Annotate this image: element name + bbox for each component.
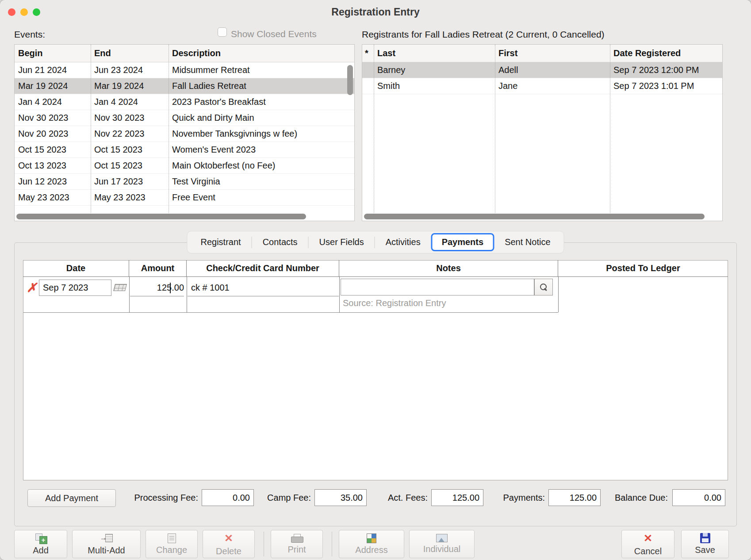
payments-col-amount: Amount xyxy=(129,260,187,277)
event-begin: Oct 15 2023 xyxy=(15,145,91,155)
tab-registrant[interactable]: Registrant xyxy=(190,233,251,251)
tab-payments[interactable]: Payments xyxy=(431,233,494,251)
payments-col-date: Date xyxy=(23,260,129,277)
events-table-header: Begin End Description xyxy=(15,45,354,62)
table-row[interactable]: Jun 21 2024 Jun 23 2024 Midsummer Retrea… xyxy=(15,62,354,78)
column-divider xyxy=(339,277,340,312)
payment-check-number-input[interactable]: ck # 1001 xyxy=(188,280,339,296)
events-table: Begin End Description Jun 21 2024 Jun 23… xyxy=(14,44,355,221)
registrants-rows: Barney Adell Sep 7 2023 12:00 PM Smith J… xyxy=(362,62,722,94)
close-window-icon[interactable] xyxy=(8,8,15,16)
add-button[interactable]: Add xyxy=(14,530,67,558)
act-fees-field[interactable]: 125.00 xyxy=(431,489,483,506)
toolbar-divider xyxy=(332,532,332,556)
delete-button-label: Delete xyxy=(216,546,241,556)
event-begin: Nov 30 2023 xyxy=(15,113,91,123)
cancel-button-label: Cancel xyxy=(634,546,662,556)
events-col-begin[interactable]: Begin xyxy=(15,48,91,58)
table-row[interactable]: Oct 15 2023 Oct 15 2023 Women's Event 20… xyxy=(15,142,354,158)
payment-amount-input[interactable]: 125.00 xyxy=(130,280,184,296)
save-button[interactable]: Save xyxy=(681,530,729,558)
table-row-selected[interactable]: Barney Adell Sep 7 2023 12:00 PM xyxy=(362,62,722,78)
tab-user-fields[interactable]: User Fields xyxy=(309,233,375,251)
events-col-end[interactable]: End xyxy=(91,48,169,58)
delete-payment-row-icon[interactable]: ✗ xyxy=(27,280,37,295)
delete-icon: ✕ xyxy=(224,532,233,545)
payment-notes-input[interactable] xyxy=(341,279,534,295)
registrants-col-date-registered[interactable]: Date Registered xyxy=(610,48,722,58)
event-description: Women's Event 2023 xyxy=(169,145,354,155)
zoom-window-icon[interactable] xyxy=(33,8,40,16)
column-divider xyxy=(187,277,187,312)
registrant-first: Adell xyxy=(495,65,610,75)
registrant-last: Barney xyxy=(374,65,495,75)
print-button[interactable]: Print xyxy=(271,530,323,558)
processing-fee-label: Processing Fee: xyxy=(119,493,198,503)
tab-contacts[interactable]: Contacts xyxy=(252,233,308,251)
add-icon xyxy=(34,533,47,544)
balance-due-field[interactable]: 0.00 xyxy=(672,489,725,506)
notes-search-button[interactable] xyxy=(534,279,553,295)
registrants-title: Registrants for Fall Ladies Retreat (2 C… xyxy=(362,29,605,40)
table-row[interactable]: Jan 4 2024 Jan 4 2024 2023 Pastor's Brea… xyxy=(15,94,354,110)
tab-activities[interactable]: Activities xyxy=(375,233,431,251)
balance-due-label: Balance Due: xyxy=(607,493,668,503)
column-divider xyxy=(129,277,130,312)
table-row[interactable]: Nov 20 2023 Nov 22 2023 November Tanksgi… xyxy=(15,126,354,142)
delete-button[interactable]: ✕ Delete xyxy=(203,530,255,558)
tab-sent-notice[interactable]: Sent Notice xyxy=(494,233,561,251)
event-description: Quick and Dirty Main xyxy=(169,113,354,123)
events-label: Events: xyxy=(14,29,45,40)
table-row[interactable]: Nov 30 2023 Nov 30 2023 Quick and Dirty … xyxy=(15,110,354,126)
event-description: 2023 Pastor's Breakfast xyxy=(169,97,354,107)
event-end: May 23 2023 xyxy=(91,192,169,203)
payment-date-input[interactable]: Sep 7 2023 xyxy=(39,280,111,296)
save-disk-icon xyxy=(700,533,710,543)
add-payment-button[interactable]: Add Payment xyxy=(27,489,116,507)
detail-tabs: Registrant Contacts User Fields Activiti… xyxy=(187,231,564,253)
add-button-label: Add xyxy=(33,545,49,556)
registrants-col-star[interactable]: * xyxy=(362,48,374,58)
minimize-window-icon[interactable] xyxy=(20,8,28,16)
calendar-picker-icon[interactable] xyxy=(113,284,127,291)
save-button-label: Save xyxy=(695,545,715,555)
table-row[interactable]: May 23 2023 May 23 2023 Free Event xyxy=(15,190,354,206)
change-button[interactable]: Change xyxy=(146,530,198,558)
address-button[interactable]: Address xyxy=(339,530,404,558)
show-closed-events-checkbox[interactable] xyxy=(218,27,227,37)
camp-fee-label: Camp Fee: xyxy=(259,493,311,503)
registrant-date-registered: Sep 7 2023 1:01 PM xyxy=(610,81,722,91)
cancel-button[interactable]: ✕ Cancel xyxy=(621,530,674,558)
event-end: Jan 4 2024 xyxy=(91,97,169,107)
payments-total-field[interactable]: 125.00 xyxy=(548,489,601,506)
events-col-description[interactable]: Description xyxy=(169,48,354,58)
payment-row-divider xyxy=(23,312,558,313)
multi-add-button[interactable]: Multi-Add xyxy=(72,530,141,558)
registrants-col-first[interactable]: First xyxy=(495,48,610,58)
processing-fee-field[interactable]: 0.00 xyxy=(202,489,254,506)
individual-button[interactable]: Individual xyxy=(409,530,475,558)
event-description: Main Oktoberfest (no Fee) xyxy=(169,161,354,171)
photo-icon xyxy=(436,534,448,542)
table-row[interactable]: Oct 13 2023 Oct 15 2023 Main Oktoberfest… xyxy=(15,158,354,174)
payments-total-label: Payments: xyxy=(494,493,545,503)
events-rows: Jun 21 2024 Jun 23 2024 Midsummer Retrea… xyxy=(15,62,354,206)
event-description: Fall Ladies Retreat xyxy=(169,81,354,91)
event-begin: Mar 19 2024 xyxy=(15,81,91,91)
text-caret xyxy=(170,283,171,293)
event-end: Jun 17 2023 xyxy=(91,176,169,187)
horizontal-scrollbar[interactable] xyxy=(364,214,705,219)
table-row-selected[interactable]: Mar 19 2024 Mar 19 2024 Fall Ladies Retr… xyxy=(15,78,354,94)
table-row[interactable]: Jun 12 2023 Jun 17 2023 Test Virginia xyxy=(15,174,354,190)
event-begin: Jan 4 2024 xyxy=(15,97,91,107)
event-end: Jun 23 2024 xyxy=(91,65,169,75)
camp-fee-field[interactable]: 35.00 xyxy=(314,489,367,506)
table-row[interactable]: Smith Jane Sep 7 2023 1:01 PM xyxy=(362,78,722,94)
registrants-col-last[interactable]: Last xyxy=(374,48,495,58)
payments-col-check-number: Check/Credit Card Number xyxy=(187,260,339,277)
horizontal-scrollbar[interactable] xyxy=(16,214,306,219)
window-title: Registration Entry xyxy=(0,0,751,24)
event-description: Free Event xyxy=(169,192,354,203)
registration-entry-window: Registration Entry Events: Show Closed E… xyxy=(0,0,751,560)
vertical-scrollbar[interactable] xyxy=(347,65,353,95)
